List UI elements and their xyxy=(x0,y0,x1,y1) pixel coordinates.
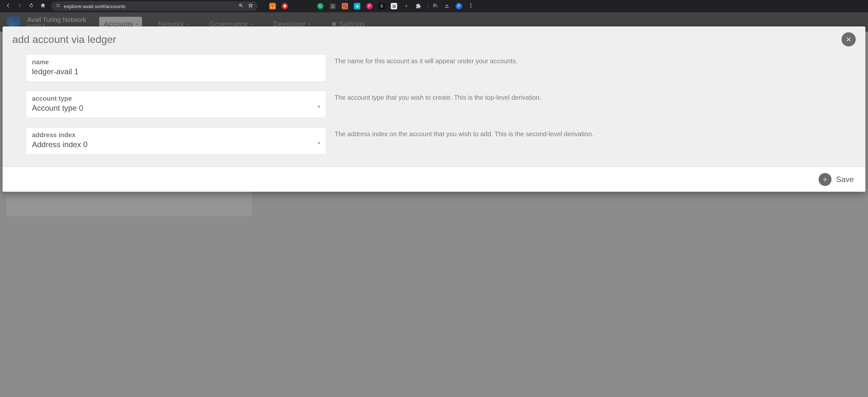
address-index-value: Address index 0 xyxy=(32,140,320,149)
account-type-help-text: The account type that you wish to create… xyxy=(335,91,856,118)
address-bar[interactable]: explorer.avail.so/#/accounts xyxy=(51,1,258,11)
add-ledger-account-modal: add account via ledger name The name for… xyxy=(3,27,865,192)
modal-title: add account via ledger xyxy=(12,34,116,45)
plus-icon xyxy=(818,173,832,186)
browser-toolbar: explorer.avail.so/#/accounts 🦊 G ◫ 🐾 ◈ P… xyxy=(0,0,868,12)
name-input[interactable] xyxy=(32,67,320,76)
bookmark-star-icon[interactable] xyxy=(248,3,253,9)
form-row-name: name The name for this account as it wil… xyxy=(26,54,856,82)
field-label: name xyxy=(32,58,320,66)
home-button[interactable] xyxy=(40,3,46,10)
name-field[interactable]: name xyxy=(26,54,326,82)
svg-point-2 xyxy=(59,6,60,7)
extension-icons: 🦊 xyxy=(269,3,288,9)
modal-header: add account via ledger xyxy=(3,27,865,48)
close-icon xyxy=(846,36,851,42)
back-button[interactable] xyxy=(5,3,11,10)
chrome-right-icons: P xyxy=(432,3,474,10)
account-type-value: Account type 0 xyxy=(32,104,320,113)
address-index-field[interactable]: address index Address index 0 ▾ xyxy=(26,127,326,155)
extension-pinterest-icon[interactable]: P xyxy=(366,3,373,9)
extension-diamond-icon[interactable]: ◈ xyxy=(354,3,361,9)
svg-rect-3 xyxy=(57,6,58,6)
svg-point-9 xyxy=(470,5,471,6)
chevron-down-icon: ▾ xyxy=(318,140,320,145)
extension-person-icon[interactable]: ✶ xyxy=(403,3,409,9)
chrome-menu-icon[interactable] xyxy=(468,3,474,10)
name-help-text: The name for this account as it will app… xyxy=(335,54,856,82)
extension-icons-2: G ◫ 🐾 ◈ P S ▦ ✶ xyxy=(317,3,428,9)
forward-button[interactable] xyxy=(17,3,23,10)
svg-line-5 xyxy=(242,6,243,7)
account-type-field[interactable]: account type Account type 0 ▾ xyxy=(26,91,326,118)
extension-metamask-icon[interactable]: 🦊 xyxy=(269,3,276,9)
reload-button[interactable] xyxy=(28,3,34,10)
toolbar-separator xyxy=(428,3,428,9)
modal-body: name The name for this account as it wil… xyxy=(3,48,865,167)
extensions-menu-icon[interactable] xyxy=(415,3,422,9)
extension-s-icon[interactable]: S xyxy=(378,3,385,9)
profile-avatar[interactable]: P xyxy=(456,3,462,9)
chevron-down-icon: ▾ xyxy=(318,104,320,109)
svg-rect-1 xyxy=(58,4,59,5)
svg-point-10 xyxy=(470,7,471,8)
extension-cube-icon[interactable]: ◫ xyxy=(330,3,336,9)
svg-point-8 xyxy=(470,3,471,4)
field-label: account type xyxy=(32,95,320,102)
form-row-address-index: address index Address index 0 ▾ The addr… xyxy=(26,127,856,155)
downloads-icon[interactable] xyxy=(444,3,450,10)
field-label: address index xyxy=(32,131,320,139)
save-button-label: Save xyxy=(836,175,854,184)
extension-grammarly-icon[interactable]: G xyxy=(317,3,323,9)
media-control-icon[interactable] xyxy=(432,3,438,10)
app-viewport: Avail Turing Network avail/30 ▾ Accounts… xyxy=(0,12,868,397)
address-index-help-text: The address index on the account that yo… xyxy=(335,127,856,155)
extension-gnome-icon[interactable]: 🐾 xyxy=(342,3,348,9)
save-button[interactable]: Save xyxy=(818,173,854,186)
close-button[interactable] xyxy=(841,32,856,46)
extension-grid-icon[interactable]: ▦ xyxy=(391,3,397,9)
extension-shield-icon[interactable] xyxy=(282,3,288,9)
url-text: explorer.avail.so/#/accounts xyxy=(64,4,126,9)
site-settings-icon[interactable] xyxy=(56,3,61,9)
nav-buttons xyxy=(3,3,49,10)
modal-footer: Save xyxy=(3,167,865,192)
zoom-icon[interactable] xyxy=(238,3,244,9)
svg-point-0 xyxy=(57,4,58,5)
form-row-account-type: account type Account type 0 ▾ The accoun… xyxy=(26,91,856,118)
